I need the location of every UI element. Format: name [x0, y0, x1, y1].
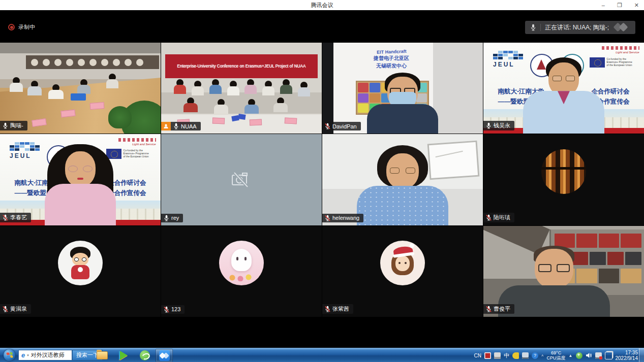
participant-name: helenwang: [332, 215, 359, 221]
maximize-button[interactable]: ❐: [615, 0, 624, 10]
tray-computer-icon[interactable]: [522, 352, 529, 359]
mic-muted-icon: [325, 215, 330, 221]
volume-icon[interactable]: [586, 352, 592, 358]
search-value: 对外汉语教师: [31, 351, 65, 359]
taskbar-video-player-button[interactable]: [115, 349, 132, 362]
participant-name: 陆珩瑱: [494, 214, 510, 221]
close-button[interactable]: ✕: [632, 0, 641, 10]
video-tile-davidpan[interactable]: EIT Handcraft 捷普电子北亚区 无锡研发中心 DavidPan: [322, 43, 483, 134]
video-tile-qianwuyong[interactable]: JEUL Co-funded by the Erasmus+ Programme…: [483, 43, 644, 134]
tencent-meeting-icon: [159, 350, 170, 361]
camera-off-icon: [230, 171, 253, 189]
participant-person: [352, 145, 453, 225]
video-tile-helenwang[interactable]: helenwang: [322, 134, 483, 225]
participant-video: [483, 226, 644, 317]
participant-label: 123: [161, 305, 185, 314]
tray-360-icon[interactable]: [576, 352, 582, 359]
browser-icon: [140, 350, 150, 360]
avatar: [58, 241, 103, 285]
mic-muted-icon: [3, 214, 8, 221]
mic-on-icon: [173, 123, 179, 129]
participant-name: 李春艺: [10, 214, 27, 221]
show-desktop-button[interactable]: [639, 348, 644, 362]
video-tile-huangrunquan[interactable]: 黄润泉: [0, 226, 161, 317]
avatar-background: [322, 226, 483, 317]
meeting-room-video: [0, 43, 161, 134]
tray-display-icon[interactable]: [605, 352, 612, 359]
participant-name: DavidPan: [332, 123, 357, 129]
search-input[interactable]: e ▾ 对外汉语教师: [18, 350, 72, 360]
video-tile-lichunyi[interactable]: JEUL Co-funded by the Erasmus+ Programme…: [0, 134, 161, 225]
participant-name: NUAA: [181, 123, 197, 129]
mic-on-icon: [164, 215, 169, 221]
letterbox-area: [0, 317, 644, 348]
windows-logo-icon: [6, 352, 13, 358]
divider: [540, 24, 541, 31]
tray-expand-icon[interactable]: ˄: [541, 353, 544, 358]
ime-language[interactable]: CN: [474, 353, 481, 358]
ime-mode[interactable]: 中: [504, 352, 509, 359]
participant-label: rey: [161, 214, 183, 222]
cpu-temp-indicator[interactable]: 69°C CPU温度: [547, 350, 566, 360]
participant-label: 陶瑞-: [0, 121, 27, 130]
participant-name: 123: [171, 306, 180, 312]
tray-help-icon[interactable]: ?: [532, 352, 538, 359]
avatar: [219, 241, 264, 285]
recording-indicator: 录制中: [8, 23, 35, 31]
soft-keyboard-icon[interactable]: [494, 352, 501, 359]
recording-icon: [8, 24, 15, 30]
taskbar-search: e ▾ 对外汉语教师 搜索一下: [18, 350, 103, 360]
video-tile-nuaa[interactable]: Enterprise-University Conference on Eras…: [161, 43, 322, 134]
recording-label: 录制中: [18, 23, 35, 31]
participant-name: 黄润泉: [10, 305, 27, 313]
taskbar-tencent-meeting-button[interactable]: [156, 349, 173, 362]
speaking-indicator: 正在讲话: NUAA; 陶瑞-;: [525, 21, 635, 34]
network-icon[interactable]: [595, 352, 602, 359]
conference-banner: Enterprise-University Conference on Eras…: [165, 54, 318, 78]
video-tile-123[interactable]: 123: [161, 226, 322, 317]
participant-label: helenwang: [322, 214, 363, 222]
start-button[interactable]: [4, 349, 15, 361]
avatar: [541, 149, 586, 194]
meeting-logo-icon: [613, 23, 630, 32]
mic-muted-icon: [164, 306, 169, 313]
participant-name: 陶瑞-: [10, 122, 23, 129]
participant-label: 陆珩瑱: [483, 213, 514, 222]
school-motto: Light and Service: [602, 46, 639, 54]
folder-icon: [97, 351, 108, 359]
taskbar-clock[interactable]: 17:35 2022/9/14: [616, 350, 638, 361]
tray-tool-icon[interactable]: [512, 352, 519, 359]
play-icon: [120, 351, 128, 360]
video-tile-zhangzixi[interactable]: 张紫茜: [322, 226, 483, 317]
presentation-background: JEUL Co-funded by the Erasmus+ Programme…: [483, 43, 644, 134]
mic-icon: [530, 24, 536, 31]
mic-on-icon: [3, 122, 8, 129]
system-tray: CN 中 ? ˄ 69°C CPU温度 ▲ 17:35 2022/9/14: [474, 348, 638, 362]
presentation-background: JEUL Co-funded by the Erasmus+ Programme…: [0, 134, 161, 225]
taskbar-explorer-button[interactable]: [94, 349, 111, 362]
video-tile-rey[interactable]: rey: [161, 134, 322, 225]
tray-up-arrow-icon[interactable]: ▲: [569, 353, 573, 358]
participant-label: 黄润泉: [0, 304, 31, 314]
participant-person: [520, 57, 607, 134]
speaking-label: 正在讲话: NUAA; 陶瑞-;: [545, 23, 609, 32]
taskbar-360-browser-button[interactable]: [136, 349, 154, 362]
mic-muted-icon: [486, 214, 492, 221]
video-tile-taorui[interactable]: 陶瑞-: [0, 43, 161, 134]
dropdown-arrow-icon: ▾: [27, 353, 29, 357]
participant-label: DavidPan: [322, 122, 361, 130]
minimize-button[interactable]: –: [600, 0, 607, 10]
camera-off-background: [161, 134, 322, 225]
avatar-background: [161, 226, 322, 317]
participant-video: [322, 134, 483, 225]
avatar-background: [0, 226, 161, 317]
video-tile-caojunping[interactable]: 曹俊平: [483, 226, 644, 317]
ime-icon[interactable]: [484, 352, 491, 359]
participant-video: EIT Handcraft 捷普电子北亚区 无锡研发中心: [322, 43, 483, 134]
video-tile-luhengtian[interactable]: 陆珩瑱: [483, 134, 644, 225]
participant-label: 李春艺: [0, 213, 31, 222]
mic-muted-icon: [486, 306, 492, 312]
meeting-toolbar: 录制中 正在讲话: NUAA; 陶瑞-;: [0, 10, 644, 43]
mic-muted-icon: [3, 306, 8, 312]
participant-label: 钱吴永: [483, 121, 514, 130]
